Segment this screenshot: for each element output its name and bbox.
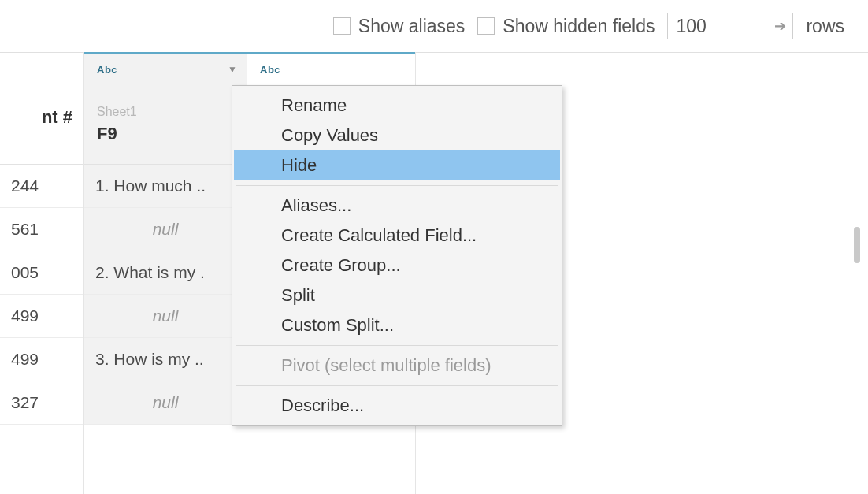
- grid-cell[interactable]: 1. How much ..: [84, 165, 247, 208]
- column-field-name: nt #: [13, 107, 74, 128]
- show-aliases-checkbox[interactable]: [333, 17, 351, 35]
- menu-item-rename[interactable]: Rename: [234, 91, 560, 121]
- column-field-name: F9: [97, 124, 237, 144]
- menu-separator: [236, 345, 558, 346]
- column-type-icon: Abc: [97, 64, 117, 76]
- menu-item-aliases[interactable]: Aliases...: [234, 191, 560, 221]
- arrow-right-icon: ➔: [774, 17, 786, 35]
- menu-separator: [236, 185, 558, 186]
- grid-cell[interactable]: null: [84, 208, 247, 251]
- column-type-icon: Abc: [260, 64, 280, 76]
- grid-column: nt # 244 561 005 499 499 327: [0, 52, 84, 494]
- menu-item-copy-values[interactable]: Copy Values: [234, 121, 560, 150]
- show-hidden-fields-option[interactable]: Show hidden fields: [477, 16, 655, 37]
- menu-item-custom-split[interactable]: Custom Split...: [234, 310, 560, 340]
- show-hidden-fields-checkbox[interactable]: [477, 17, 495, 35]
- grid-cell[interactable]: 2. What is my .: [84, 251, 247, 295]
- grid-cell[interactable]: 561: [0, 208, 83, 251]
- grid-column: Abc ▼ Sheet1 F9 1. How much .. null 2. W…: [84, 52, 247, 494]
- grid-cell[interactable]: 499: [0, 338, 83, 381]
- menu-item-create-group[interactable]: Create Group...: [234, 251, 560, 280]
- menu-item-describe[interactable]: Describe...: [234, 391, 560, 421]
- chevron-down-icon[interactable]: ▼: [228, 64, 237, 75]
- grid-cell[interactable]: null: [84, 295, 247, 338]
- rows-input-value: 100: [676, 16, 706, 37]
- show-hidden-fields-label: Show hidden fields: [503, 16, 655, 37]
- scrollbar-thumb[interactable]: [854, 227, 860, 263]
- column-context-menu: Rename Copy Values Hide Aliases... Creat…: [232, 85, 562, 426]
- grid-cell[interactable]: 327: [0, 381, 83, 425]
- grid-options-bar: Show aliases Show hidden fields 100 ➔ ro…: [0, 0, 868, 52]
- menu-item-hide[interactable]: Hide: [234, 150, 560, 180]
- rows-input[interactable]: 100 ➔: [667, 13, 793, 39]
- grid-cell[interactable]: null: [84, 381, 247, 425]
- grid-cell[interactable]: 499: [0, 295, 83, 338]
- grid-cell[interactable]: 005: [0, 251, 83, 295]
- grid-cell[interactable]: 244: [0, 165, 83, 208]
- grid-cell[interactable]: 3. How is my ..: [84, 338, 247, 381]
- menu-item-create-calculated-field[interactable]: Create Calculated Field...: [234, 221, 560, 251]
- menu-item-split[interactable]: Split: [234, 280, 560, 310]
- menu-item-pivot: Pivot (select multiple fields): [234, 351, 560, 381]
- menu-separator: [236, 385, 558, 386]
- rows-label: rows: [806, 16, 844, 37]
- column-header[interactable]: Abc ▼ Sheet1 F9: [84, 52, 247, 165]
- show-aliases-option[interactable]: Show aliases: [333, 16, 466, 37]
- column-header[interactable]: nt #: [0, 52, 83, 165]
- show-aliases-label: Show aliases: [358, 16, 466, 37]
- column-source-label: Sheet1: [97, 105, 237, 119]
